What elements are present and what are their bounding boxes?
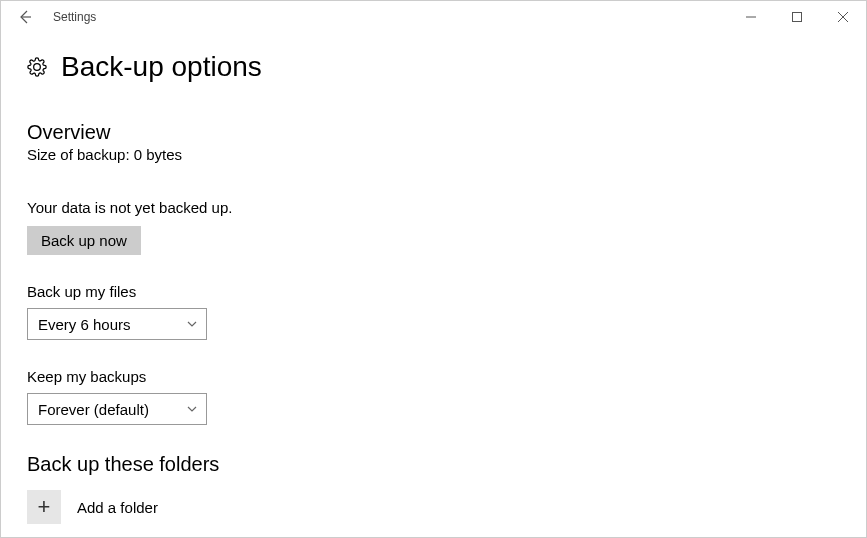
- maximize-icon: [792, 12, 802, 22]
- page-header: Back-up options: [27, 51, 866, 83]
- chevron-down-icon: [186, 403, 198, 415]
- minimize-icon: [746, 12, 756, 22]
- folders-heading: Back up these folders: [27, 453, 866, 476]
- close-button[interactable]: [820, 2, 866, 32]
- window-title: Settings: [53, 10, 96, 24]
- chevron-down-icon: [186, 318, 198, 330]
- backup-status-text: Your data is not yet backed up.: [27, 199, 866, 216]
- titlebar-left: Settings: [1, 7, 96, 27]
- add-folder-item[interactable]: + Add a folder: [27, 490, 866, 524]
- plus-icon: +: [27, 490, 61, 524]
- minimize-button[interactable]: [728, 2, 774, 32]
- titlebar: Settings: [1, 1, 866, 33]
- page-title: Back-up options: [61, 51, 262, 83]
- backup-frequency-select[interactable]: Every 6 hours: [27, 308, 207, 340]
- backup-retention-select[interactable]: Forever (default): [27, 393, 207, 425]
- close-icon: [838, 12, 848, 22]
- gear-icon: [27, 57, 47, 77]
- backup-retention-value: Forever (default): [38, 401, 149, 418]
- backup-now-button[interactable]: Back up now: [27, 226, 141, 255]
- backup-size-label: Size of backup: 0 bytes: [27, 146, 866, 163]
- window-controls: [728, 2, 866, 32]
- back-button[interactable]: [15, 7, 35, 27]
- content-area: Back-up options Overview Size of backup:…: [1, 33, 866, 524]
- overview-heading: Overview: [27, 121, 866, 144]
- maximize-button[interactable]: [774, 2, 820, 32]
- backup-frequency-value: Every 6 hours: [38, 316, 131, 333]
- backup-frequency-label: Back up my files: [27, 283, 866, 300]
- add-folder-label: Add a folder: [77, 499, 158, 516]
- back-arrow-icon: [17, 9, 33, 25]
- svg-rect-2: [793, 13, 802, 22]
- backup-retention-label: Keep my backups: [27, 368, 866, 385]
